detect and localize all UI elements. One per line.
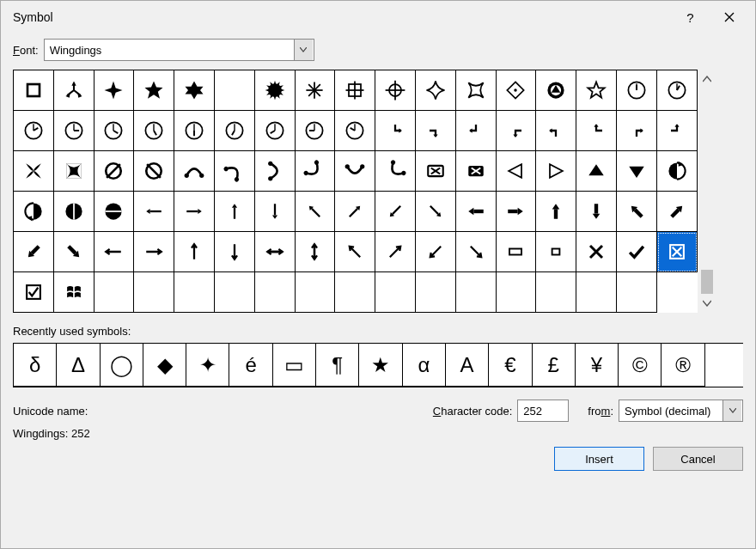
symbol-arrow-u[interactable] <box>215 192 255 232</box>
recent-symbol[interactable]: © <box>619 344 662 387</box>
close-button[interactable] <box>710 4 748 30</box>
symbol-rect-h[interactable] <box>497 232 537 272</box>
recent-symbol[interactable]: ¥ <box>576 344 619 387</box>
symbol-arrow-l[interactable] <box>134 192 174 232</box>
recent-symbol[interactable]: é <box>229 344 272 387</box>
symbol-oarrow-r[interactable] <box>134 232 174 272</box>
symbol-turn-dr[interactable] <box>375 111 416 151</box>
recent-symbol[interactable]: α <box>403 344 446 387</box>
insert-button[interactable]: Insert <box>554 447 644 471</box>
symbol-tri3[interactable] <box>54 70 94 111</box>
symbol-oarrow-ud[interactable] <box>296 232 336 272</box>
from-combo[interactable] <box>619 400 743 422</box>
symbol-arrow-dl[interactable] <box>375 192 416 232</box>
symbol-turn-ur[interactable] <box>617 111 657 151</box>
help-button[interactable]: ? <box>671 4 710 30</box>
scroll-up-button[interactable] <box>699 71 715 87</box>
symbol-turn-rd[interactable] <box>416 111 456 151</box>
symbol-turn-ul[interactable] <box>536 111 576 151</box>
recent-symbol[interactable]: A <box>446 344 489 387</box>
symbol-clock7[interactable] <box>215 111 255 151</box>
symbol-boxcheck[interactable] <box>14 272 54 313</box>
symbol-turn-dl[interactable] <box>456 111 497 151</box>
symbol-halfcirc-r[interactable] <box>14 192 54 232</box>
symbol-asterisk-sq[interactable] <box>296 70 336 111</box>
symbol-starburst[interactable] <box>255 70 296 111</box>
recent-symbol[interactable]: ® <box>662 344 704 387</box>
recent-symbol[interactable]: ▭ <box>273 344 316 387</box>
symbol-rect-sm[interactable] <box>536 232 576 272</box>
cancel-button[interactable]: Cancel <box>653 447 743 471</box>
symbol-loop6[interactable] <box>375 151 416 192</box>
symbol-clock2[interactable] <box>14 111 54 151</box>
from-dropdown-button[interactable] <box>722 400 741 421</box>
symbol-empty[interactable] <box>215 272 255 313</box>
symbol-arrow-ul[interactable] <box>296 192 336 232</box>
recent-symbol[interactable]: ◆ <box>143 344 186 387</box>
symbol-xmark[interactable] <box>576 232 617 272</box>
symbol-dslash-cw[interactable] <box>134 151 174 192</box>
symbol-oarrow-u[interactable] <box>174 232 215 272</box>
symbol-halfcirc-l[interactable] <box>657 151 698 192</box>
symbol-boxx1[interactable] <box>416 151 456 192</box>
symbol-empty[interactable] <box>497 272 537 313</box>
symbol-clock9[interactable] <box>296 111 336 151</box>
symbol-turn-ld[interactable] <box>497 111 537 151</box>
recent-symbol[interactable]: Δ <box>57 344 100 387</box>
symbol-oarrow-dl[interactable] <box>416 232 456 272</box>
recent-grid[interactable]: δΔ◯◆✦é▭¶★αA€£¥©® <box>13 343 743 387</box>
symbol-empty[interactable] <box>416 272 456 313</box>
symbol-loop5[interactable] <box>335 151 375 192</box>
symbol-target-sq[interactable] <box>335 70 375 111</box>
symbol-clock12[interactable] <box>617 70 657 111</box>
symbol-dia-outline[interactable] <box>497 70 537 111</box>
symbol-clock8[interactable] <box>255 111 296 151</box>
symbol-dslash-ccw[interactable] <box>94 151 135 192</box>
symbol-wsquare[interactable] <box>14 70 54 111</box>
symbol-empty[interactable] <box>536 272 576 313</box>
symbol-clock5[interactable] <box>134 111 174 151</box>
symbol-clock4[interactable] <box>94 111 135 151</box>
symbol-loop4[interactable] <box>296 151 336 192</box>
recent-symbol[interactable]: ¶ <box>316 344 359 387</box>
symbol-empty[interactable] <box>174 272 215 313</box>
scroll-down-button[interactable] <box>699 296 715 311</box>
font-dropdown-button[interactable] <box>294 40 313 60</box>
symbol-arrow-ur[interactable] <box>335 192 375 232</box>
from-input[interactable] <box>619 400 722 421</box>
symbol-empty[interactable] <box>94 272 135 313</box>
recent-symbol[interactable]: ◯ <box>101 344 143 387</box>
symbol-caret-d[interactable] <box>617 151 657 192</box>
symbol-winlogo[interactable] <box>54 272 94 313</box>
symbol-loop3[interactable] <box>255 151 296 192</box>
symbol-star7[interactable]: 16,4 18.16941869558779,11.49515566048790… <box>215 70 255 111</box>
symbol-tri-r[interactable] <box>536 151 576 192</box>
font-input[interactable] <box>45 40 294 60</box>
symbol-empty[interactable] <box>576 272 617 313</box>
symbol-oarrow-ur[interactable] <box>375 232 416 272</box>
charcode-input[interactable] <box>517 400 569 422</box>
symbol-oarrow-d[interactable] <box>215 232 255 272</box>
symbol-disc-split-h[interactable] <box>94 192 135 232</box>
symbol-bold-dl[interactable] <box>14 232 54 272</box>
symbol-arrow-dr[interactable] <box>416 192 456 232</box>
symbol-bold-l[interactable] <box>456 192 497 232</box>
symbol-empty[interactable] <box>255 272 296 313</box>
symbol-check[interactable] <box>617 232 657 272</box>
symbol-empty[interactable] <box>617 272 657 313</box>
recent-symbol[interactable]: £ <box>533 344 576 387</box>
symbol-grid[interactable]: 16,4 18.16941869558779,11.49515566048790… <box>13 70 698 313</box>
symbol-oarrow-l[interactable] <box>94 232 135 272</box>
symbol-arrow-r[interactable] <box>174 192 215 232</box>
symbol-loop2[interactable] <box>215 151 255 192</box>
symbol-iron[interactable] <box>54 151 94 192</box>
symbol-clock3[interactable] <box>54 111 94 151</box>
symbol-wstar5[interactable] <box>576 70 617 111</box>
symbol-empty[interactable] <box>456 272 497 313</box>
symbol-turn-ru[interactable] <box>657 111 698 151</box>
symbol-pinch[interactable] <box>456 70 497 111</box>
symbol-star6b[interactable] <box>174 70 215 111</box>
recent-symbol[interactable]: ✦ <box>186 344 229 387</box>
symbol-oarrow-dr[interactable] <box>456 232 497 272</box>
symbol-clock10[interactable] <box>335 111 375 151</box>
